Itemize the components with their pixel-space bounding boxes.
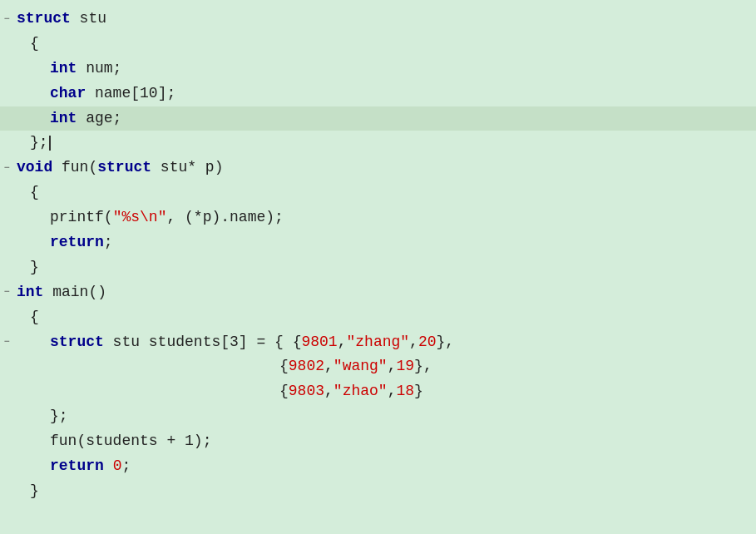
line-content: {9802,"wang",19}, (13, 355, 432, 378)
token-num: 9801 (301, 334, 337, 350)
token-kw: int (17, 284, 43, 300)
token-plain: , (324, 358, 334, 374)
token-num: 9803 (289, 383, 324, 399)
code-line: } (0, 479, 756, 504)
code-line: { (0, 180, 756, 205)
token-plain: { (30, 309, 39, 325)
line-content: return; (13, 231, 113, 255)
code-line: }; (0, 131, 756, 156)
token-plain: stu students[3] = { { (104, 334, 302, 350)
line-content: printf("%s\n", (*p).name); (13, 206, 284, 230)
line-content: }; (13, 131, 51, 155)
token-plain: num; (77, 60, 121, 77)
token-kw: char (50, 85, 86, 101)
token-plain: }, (437, 334, 455, 350)
token-plain: ; (121, 457, 131, 474)
text-cursor (49, 136, 51, 151)
token-num: 19 (396, 358, 414, 374)
token-kw: return (50, 234, 104, 250)
token-plain: , (409, 334, 418, 350)
token-str: "zhang" (346, 334, 409, 350)
fold-icon[interactable]: − (0, 12, 13, 27)
line-content: { (13, 181, 39, 205)
token-plain: } (30, 259, 39, 275)
token-kw: int (50, 60, 77, 77)
token-kw: struct (50, 334, 104, 350)
token-plain: main() (43, 284, 106, 300)
code-line: −struct stu students[3] = { {9801,"zhang… (0, 330, 756, 355)
token-kw: struct (17, 10, 71, 27)
code-line: } (0, 255, 756, 280)
token-str: "wang" (334, 358, 388, 374)
code-line: { (0, 305, 756, 330)
code-line: { (0, 32, 756, 57)
token-plain: , (388, 383, 397, 399)
code-line: int num; (0, 57, 756, 82)
line-content: struct stu students[3] = { {9801,"zhang"… (13, 331, 454, 354)
token-plain: , (338, 334, 347, 350)
line-content: return 0; (13, 455, 131, 478)
line-content: {9803,"zhao",18} (13, 380, 423, 403)
token-plain: }; (50, 408, 68, 424)
code-line: return 0; (0, 454, 756, 479)
fold-icon[interactable]: − (0, 334, 13, 350)
token-plain: fun( (52, 159, 97, 176)
token-plain: ; (104, 234, 113, 250)
token-str: "%s\n" (113, 209, 167, 225)
token-plain: }; (30, 134, 48, 151)
token-num: 9802 (289, 358, 324, 374)
code-editor: −struct stu{int num;char name[10];int ag… (0, 0, 756, 534)
line-content: fun(students + 1); (13, 430, 211, 453)
code-line: −struct stu (0, 7, 756, 32)
line-content: char name[10]; (13, 82, 175, 106)
line-content: int main() (13, 281, 106, 304)
token-plain: { (30, 35, 39, 52)
code-line: }; (0, 404, 756, 429)
token-plain: { (279, 358, 289, 374)
line-content: struct stu (13, 7, 106, 31)
code-line: int age; (0, 106, 756, 131)
code-line: {9802,"wang",19}, (0, 354, 756, 379)
token-plain: { (30, 184, 39, 200)
line-content: }; (13, 405, 68, 428)
code-line: printf("%s\n", (*p).name); (0, 205, 756, 230)
token-num: 20 (418, 334, 437, 350)
line-content: void fun(struct stu* p) (13, 156, 223, 180)
token-kw: void (17, 159, 52, 176)
token-plain: , (388, 358, 397, 374)
code-line: fun(students + 1); (0, 429, 756, 454)
line-content: int num; (13, 57, 121, 81)
token-plain: , (324, 383, 334, 399)
token-plain: }, (414, 358, 432, 374)
line-content: } (13, 256, 39, 279)
token-plain: fun(students + 1); (50, 433, 211, 449)
code-line: return; (0, 230, 756, 255)
line-content: int age; (13, 107, 121, 131)
token-plain: { (279, 383, 289, 399)
code-line: {9803,"zhao",18} (0, 379, 756, 404)
token-plain: } (30, 482, 39, 499)
token-kw: int (50, 110, 77, 126)
token-kw: struct (97, 159, 151, 176)
token-plain: stu* p) (151, 159, 223, 176)
line-content: { (13, 306, 39, 329)
token-plain: age; (77, 110, 121, 126)
token-plain: } (414, 383, 423, 399)
token-num: 0 (113, 457, 122, 474)
line-content: } (13, 480, 39, 503)
code-line: −void fun(struct stu* p) (0, 156, 756, 180)
token-str: "zhao" (334, 383, 388, 399)
token-plain: name[10]; (86, 85, 175, 101)
token-kw: return (50, 457, 104, 474)
token-plain (104, 457, 113, 474)
token-plain: , (*p).name); (166, 209, 283, 225)
code-line: char name[10]; (0, 82, 756, 106)
line-content: { (13, 32, 39, 56)
fold-icon[interactable]: − (0, 161, 13, 176)
token-plain: printf( (50, 209, 113, 225)
code-line: −int main() (0, 280, 756, 305)
fold-icon[interactable]: − (0, 284, 13, 300)
token-num: 18 (396, 383, 414, 399)
token-plain: stu (71, 10, 106, 27)
